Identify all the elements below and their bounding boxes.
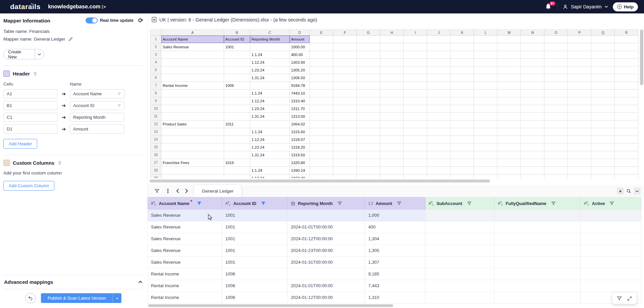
- sheet-cell[interactable]: [474, 120, 497, 128]
- sheet-cell[interactable]: [591, 151, 615, 159]
- sheet-cell[interactable]: [450, 144, 474, 151]
- sheet-cell[interactable]: 1306.50: [290, 74, 310, 82]
- search-icon[interactable]: [626, 189, 631, 194]
- sheet-cell[interactable]: 1.31.24: [250, 74, 290, 82]
- sheet-cell[interactable]: [521, 97, 544, 105]
- sheet-column-header[interactable]: Q: [591, 30, 615, 36]
- sheet-cell[interactable]: [591, 167, 615, 174]
- sheet-cell[interactable]: [427, 90, 450, 97]
- sheet-cell[interactable]: 1318.20: [290, 144, 310, 151]
- sheet-cell[interactable]: [224, 128, 250, 136]
- sheet-cell[interactable]: 1001: [224, 43, 250, 51]
- sheet-cell[interactable]: [427, 66, 450, 74]
- sheet-cell[interactable]: [591, 36, 615, 43]
- filter-icon[interactable]: [117, 104, 121, 107]
- sheet-cell[interactable]: [357, 136, 380, 144]
- sheet-cell[interactable]: 1.12.24: [250, 97, 290, 105]
- sheet-cell[interactable]: Account ID: [224, 36, 250, 43]
- sheet-cell[interactable]: [161, 97, 224, 105]
- sheet-column-header[interactable]: C: [250, 30, 290, 36]
- grid-column-header[interactable]: ABCAccount ID: [222, 197, 287, 210]
- undo-button[interactable]: [25, 293, 36, 303]
- sheet-cell[interactable]: [357, 97, 380, 105]
- sheet-cell[interactable]: [544, 144, 568, 151]
- sheet-cell[interactable]: [497, 105, 521, 113]
- tab-general-ledger[interactable]: General Ledger: [194, 185, 241, 197]
- sheet-cell[interactable]: [380, 105, 404, 113]
- sheet-cell[interactable]: [474, 128, 497, 136]
- sheet-column-header[interactable]: E: [310, 30, 333, 36]
- sheet-cell[interactable]: [591, 82, 615, 90]
- sheet-cell[interactable]: [161, 51, 224, 59]
- sheet-cell[interactable]: 1016: [224, 159, 250, 167]
- filter-icon[interactable]: [197, 201, 202, 206]
- sheet-cell[interactable]: 1313.00: [290, 113, 310, 120]
- sheet-cell[interactable]: [380, 113, 404, 120]
- sheet-horizontal-scrollbar[interactable]: [150, 179, 490, 183]
- sheet-cell[interactable]: 1.1.24: [250, 128, 290, 136]
- grid-row[interactable]: Rental Income10069,185: [148, 268, 644, 280]
- sheet-cell[interactable]: [380, 66, 404, 74]
- sheet-column-header[interactable]: B: [224, 30, 250, 36]
- sheet-cell[interactable]: [380, 167, 404, 174]
- sheet-cell[interactable]: 1.31.24: [250, 113, 290, 120]
- sheet-cell[interactable]: [450, 59, 474, 66]
- sheet-cell[interactable]: [497, 128, 521, 136]
- sheet-cell[interactable]: [310, 66, 333, 74]
- sheet-column-header[interactable]: L: [474, 30, 497, 36]
- sheet-cell[interactable]: [521, 36, 544, 43]
- grid-column-header[interactable]: ABCActive: [581, 197, 641, 210]
- sheet-cell[interactable]: [357, 59, 380, 66]
- sheet-cell[interactable]: [497, 51, 521, 59]
- sheet-cell[interactable]: 1319.50: [290, 151, 310, 159]
- sheet-cell[interactable]: [404, 43, 427, 51]
- sheet-cell[interactable]: 1.1.24: [250, 167, 290, 174]
- delete-custom-columns-icon[interactable]: [57, 160, 62, 165]
- sheet-cell[interactable]: [544, 113, 568, 120]
- sheet-cell[interactable]: [427, 174, 450, 178]
- sheet-cell[interactable]: [474, 144, 497, 151]
- sheet-cell[interactable]: [615, 59, 638, 66]
- sheet-cell[interactable]: [474, 105, 497, 113]
- sheet-cell[interactable]: [161, 136, 224, 144]
- sheet-cell[interactable]: 1.1.24: [250, 90, 290, 97]
- sheet-cell[interactable]: [615, 97, 638, 105]
- sheet-cell[interactable]: [357, 159, 380, 167]
- sheet-cell[interactable]: [591, 174, 615, 178]
- sheet-cell[interactable]: [568, 144, 591, 151]
- sheet-cell[interactable]: [591, 128, 615, 136]
- sheet-cell[interactable]: [450, 113, 474, 120]
- sheet-cell[interactable]: [450, 43, 474, 51]
- sheet-cell[interactable]: [333, 120, 357, 128]
- sheet-cell[interactable]: [474, 43, 497, 51]
- sheet-cell[interactable]: [521, 167, 544, 174]
- sheet-cell[interactable]: Account Name: [161, 36, 224, 43]
- sheet-cell[interactable]: [615, 151, 638, 159]
- filter-icon[interactable]: [154, 188, 160, 194]
- sheet-cell[interactable]: 1311.70: [290, 105, 310, 113]
- sheet-cell[interactable]: 1.23.24: [250, 144, 290, 151]
- sheet-cell[interactable]: [310, 159, 333, 167]
- sheet-cell[interactable]: [427, 167, 450, 174]
- sheet-cell[interactable]: [310, 144, 333, 151]
- header-name-input[interactable]: Account Name: [70, 89, 124, 98]
- sheet-cell[interactable]: [474, 136, 497, 144]
- sheet-cell[interactable]: [404, 66, 427, 74]
- grid-column-header[interactable]: Reporting Month: [287, 197, 365, 210]
- sheet-cell[interactable]: [591, 51, 615, 59]
- sheet-cell[interactable]: [544, 151, 568, 159]
- sheet-cell[interactable]: [521, 144, 544, 151]
- sheet-cell[interactable]: [224, 105, 250, 113]
- sheet-cell[interactable]: 1318.07: [290, 136, 310, 144]
- sheet-cell[interactable]: [310, 97, 333, 105]
- sheet-cell[interactable]: [427, 128, 450, 136]
- cell-ref-input[interactable]: A1: [3, 89, 58, 98]
- sheet-cell[interactable]: [404, 144, 427, 151]
- sheet-cell[interactable]: [497, 59, 521, 66]
- sheet-cell[interactable]: [568, 167, 591, 174]
- sheet-cell[interactable]: [333, 105, 357, 113]
- sheet-cell[interactable]: [333, 167, 357, 174]
- sheet-cell[interactable]: [380, 51, 404, 59]
- sheet-cell[interactable]: [615, 113, 638, 120]
- sheet-cell[interactable]: [568, 174, 591, 178]
